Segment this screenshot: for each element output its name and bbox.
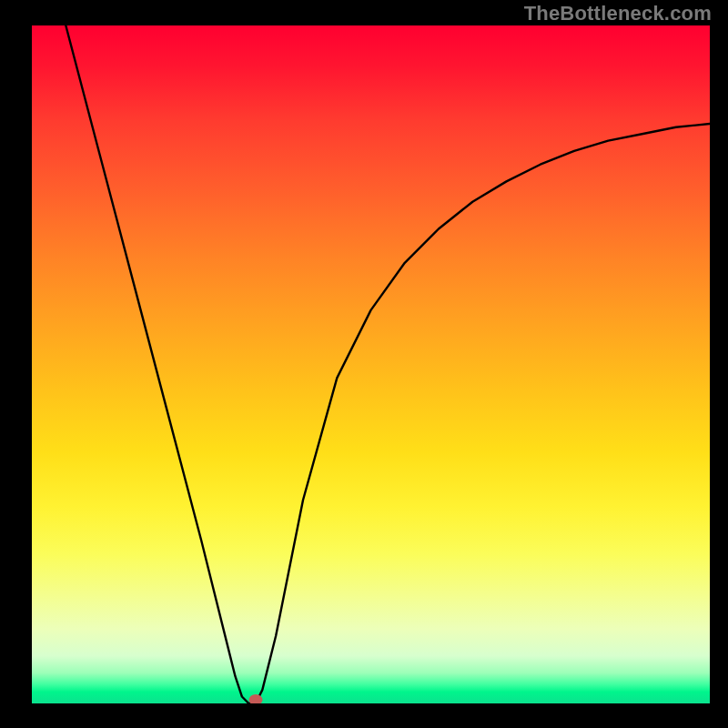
plot-area <box>32 25 710 703</box>
watermark-text: TheBottleneck.com <box>524 2 712 25</box>
chart-frame: TheBottleneck.com <box>0 0 728 728</box>
bottleneck-curve <box>32 25 710 703</box>
optimum-marker <box>248 694 262 703</box>
curve-path <box>66 25 710 703</box>
